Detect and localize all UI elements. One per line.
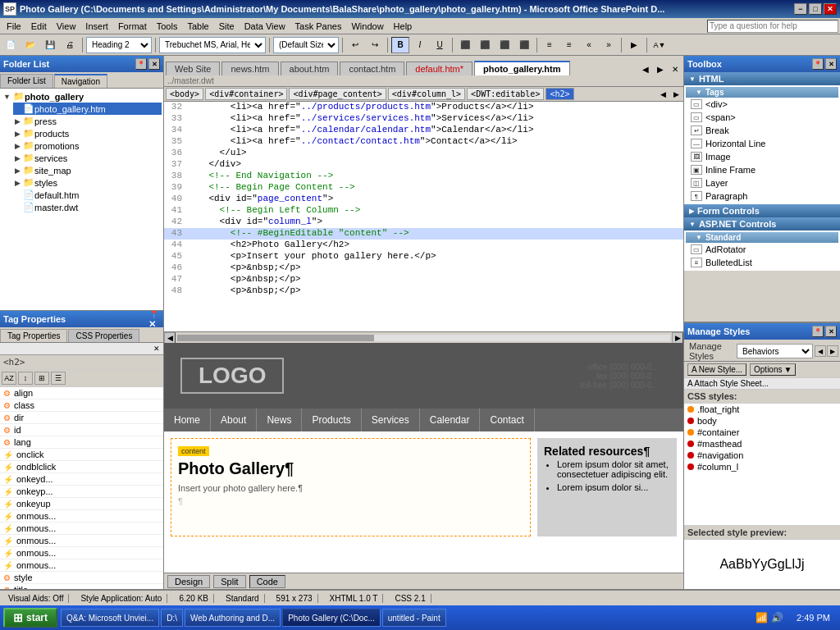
tag-prop-onkeyd[interactable]: ⚡onkeyd...: [0, 473, 163, 486]
toolbox-item-adrotator[interactable]: ▭ AdRotator: [686, 243, 838, 256]
tag-prop-lang[interactable]: ⚙lang: [0, 436, 163, 449]
toolbox-standard-header[interactable]: ▼ Standard: [686, 232, 838, 243]
ms-css-item-column-l[interactable]: #column_l: [684, 461, 840, 472]
toolbar-italic-button[interactable]: I: [411, 37, 429, 53]
tag-prop-onclick[interactable]: ⚡onclick: [0, 449, 163, 461]
tree-item-promotions[interactable]: ▶ 📁 promotions: [13, 139, 162, 152]
toolbar-align-justify-button[interactable]: ⬛: [515, 37, 533, 53]
tree-item-master-dwt[interactable]: 📄 master.dwt: [13, 201, 162, 213]
tag-prop-onmous2[interactable]: ⚡onmous...: [0, 523, 163, 535]
ms-nav-next[interactable]: ▶: [827, 345, 838, 357]
ms-css-item-masthead[interactable]: #masthead: [684, 438, 840, 450]
menu-window[interactable]: Window: [346, 20, 388, 33]
tag-prop-onmous4[interactable]: ⚡onmous...: [0, 547, 163, 559]
tag-prop-onkeyp[interactable]: ⚡onkeyp...: [0, 486, 163, 498]
tree-item-styles[interactable]: ▶ 📁 styles: [13, 176, 162, 189]
editor-nav-next[interactable]: ▶: [670, 89, 682, 100]
design-nav-calendar[interactable]: Calendar: [420, 409, 481, 431]
menu-format[interactable]: Format: [113, 20, 152, 33]
menu-file[interactable]: File: [2, 20, 26, 33]
scroll-track[interactable]: [177, 335, 670, 341]
design-preview-area[interactable]: LOGO office (000) 000-0... fax (000) 000…: [164, 343, 683, 573]
breadcrumb-page-content[interactable]: <div#page_content>: [289, 88, 386, 100]
toolbox-item-span[interactable]: ▭ <span>: [686, 111, 838, 124]
design-nav-services[interactable]: Services: [362, 409, 420, 431]
toolbox-item-div[interactable]: ▭ <div>: [686, 98, 838, 111]
tree-item-products[interactable]: ▶ 📁 products: [13, 127, 162, 139]
horizontal-scrollbar[interactable]: ◀ ▶: [164, 331, 683, 343]
toolbar-align-left-button[interactable]: ⬛: [456, 37, 474, 53]
size-select[interactable]: (Default Size): [273, 37, 339, 53]
scroll-left-btn[interactable]: ◀: [164, 332, 176, 344]
ms-tab-select[interactable]: Behaviors Apply Styles Manage Styles: [737, 344, 813, 358]
design-nav-home[interactable]: Home: [164, 409, 211, 431]
toolbox-close-btn[interactable]: ✕: [825, 58, 837, 70]
toolbar-align-center-button[interactable]: ⬛: [476, 37, 494, 53]
editor-tab-design[interactable]: Design: [167, 575, 210, 588]
editor-tab-split[interactable]: Split: [213, 575, 245, 588]
folder-tab-folderlist[interactable]: Folder List: [0, 74, 53, 88]
tag-props-view-btn[interactable]: ⊞: [34, 372, 49, 385]
editor-tab-default[interactable]: default.htm*: [406, 62, 472, 75]
tag-props-close-btn[interactable]: ✕: [153, 345, 160, 353]
ms-close-btn[interactable]: ✕: [825, 326, 837, 337]
breadcrumb-column-l[interactable]: <div#column_l>: [388, 88, 465, 100]
design-nav-contact[interactable]: Contact: [480, 409, 534, 431]
menu-edit[interactable]: Edit: [26, 20, 52, 33]
tag-prop-ondblclick[interactable]: ⚡ondblclick: [0, 461, 163, 473]
toolbox-item-bulletedlist[interactable]: ≡ BulletedList: [686, 256, 838, 269]
tag-props-sort-az[interactable]: AZ: [2, 372, 16, 385]
toolbar-undo-button[interactable]: ↩: [346, 37, 364, 53]
editor-nav-prev[interactable]: ◀: [657, 89, 669, 100]
toolbox-item-iframe[interactable]: ▣ Inline Frame: [686, 163, 838, 176]
ms-css-item-float-right[interactable]: .float_right: [684, 404, 840, 415]
font-select[interactable]: Trebuchet MS, Arial, Helvet: [159, 37, 266, 53]
toolbar-bold-button[interactable]: B: [391, 37, 409, 53]
toolbar-save-button[interactable]: 💾: [41, 37, 59, 53]
tree-item-default-htm[interactable]: 📄 default.htm: [13, 189, 162, 201]
editor-tab-about[interactable]: about.htm: [281, 62, 339, 75]
ms-css-item-body[interactable]: body: [684, 415, 840, 427]
ms-nav-prev[interactable]: ◀: [815, 345, 826, 357]
scroll-thumb[interactable]: [177, 335, 374, 341]
ms-css-item-navigation[interactable]: #navigation: [684, 450, 840, 461]
toolbox-html-header[interactable]: ▼ HTML: [684, 72, 840, 85]
menu-site[interactable]: Site: [214, 20, 240, 33]
tag-prop-class[interactable]: ⚙class: [0, 399, 163, 412]
menu-insert[interactable]: Insert: [80, 20, 113, 33]
editor-tab-website[interactable]: Web Site: [166, 62, 220, 75]
tree-item-sitemap[interactable]: ▶ 📁 site_map: [13, 164, 162, 176]
menu-table[interactable]: Table: [182, 20, 213, 33]
editor-tab-next[interactable]: ▶: [654, 62, 667, 75]
toolbox-item-layer[interactable]: ◫ Layer: [686, 176, 838, 189]
ms-pin-btn[interactable]: 📍: [812, 326, 824, 337]
menu-help[interactable]: Help: [389, 20, 418, 33]
design-nav-products[interactable]: Products: [302, 409, 361, 431]
toolbar-align-right-button[interactable]: ⬛: [495, 37, 514, 53]
tree-item-root[interactable]: ▼ 📁 photo_gallery: [2, 90, 162, 103]
ms-new-style-button[interactable]: A New Style...: [687, 363, 746, 376]
design-nav-news[interactable]: News: [257, 409, 302, 431]
breadcrumb-container[interactable]: <div#container>: [205, 88, 287, 100]
toolbar-outdent-button[interactable]: «: [580, 37, 598, 53]
editor-tab-contact[interactable]: contact.htm: [340, 62, 404, 75]
toolbar-redo-button[interactable]: ↪: [366, 37, 384, 53]
design-nav-about[interactable]: About: [211, 409, 257, 431]
heading-select[interactable]: Heading 2 Heading 1 Heading 3 Normal: [86, 37, 152, 53]
tag-prop-onmous5[interactable]: ⚡onmous...: [0, 559, 163, 572]
tag-prop-align[interactable]: ⚙align: [0, 387, 163, 399]
breadcrumb-body[interactable]: <body>: [166, 88, 203, 100]
tag-prop-onmous1[interactable]: ⚡onmous...: [0, 510, 163, 523]
editor-tab-close[interactable]: ✕: [669, 62, 682, 75]
editor-tab-code[interactable]: Code: [249, 575, 285, 588]
scroll-right-btn[interactable]: ▶: [672, 332, 683, 344]
code-area[interactable]: 32 <li><a href="../products/products.htm…: [164, 102, 683, 331]
close-button[interactable]: ✕: [824, 3, 837, 15]
ms-attach-style-sheet-btn[interactable]: A Attach Style Sheet...: [684, 378, 840, 390]
tag-prop-onmous3[interactable]: ⚡onmous...: [0, 535, 163, 547]
menu-tools[interactable]: Tools: [152, 20, 183, 33]
toolbox-item-hr[interactable]: — Horizontal Line: [686, 137, 838, 150]
tag-subtab-css[interactable]: CSS Properties: [68, 329, 139, 342]
menu-dataview[interactable]: Data View: [240, 20, 290, 33]
editor-tab-photo-gallery[interactable]: photo_gallery.htm: [474, 61, 570, 75]
